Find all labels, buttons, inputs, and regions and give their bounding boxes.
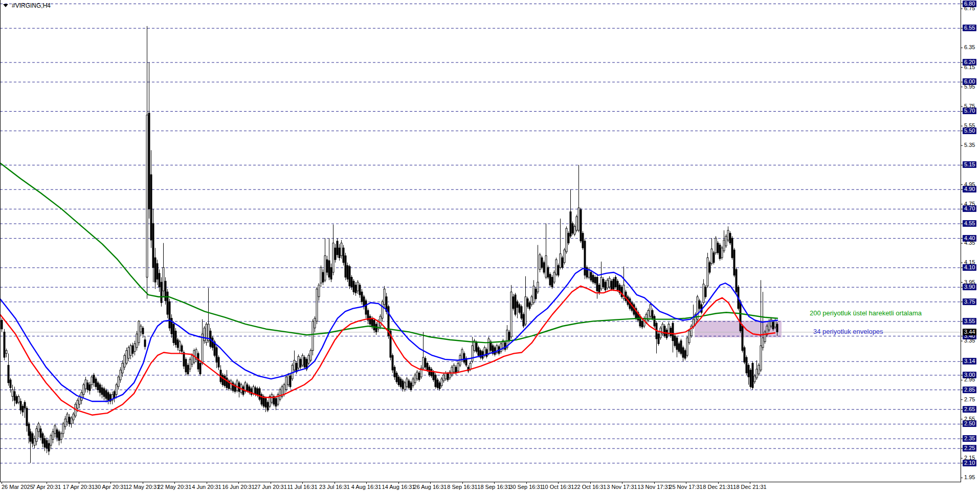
candle-up: [566, 228, 567, 252]
candle-down: [222, 375, 224, 384]
candle-up: [120, 370, 121, 380]
candle-up: [324, 256, 326, 281]
candle-down: [670, 328, 672, 336]
price-label: 6.35: [964, 44, 975, 51]
time-label: 13 Nov 17:31: [637, 484, 671, 490]
candle-up: [179, 342, 181, 351]
candle-down: [26, 408, 28, 425]
chart-canvas[interactable]: [0, 0, 980, 493]
candle-down: [394, 367, 395, 377]
candle-up: [414, 375, 416, 382]
candle-up: [764, 332, 766, 341]
candle-down: [547, 267, 549, 277]
candle-down: [369, 316, 371, 324]
candle-down: [463, 353, 465, 362]
candle-down: [185, 359, 187, 372]
candle-down: [1, 320, 3, 329]
candle-down: [699, 301, 700, 308]
candle-up: [600, 277, 602, 289]
candle-up: [285, 377, 287, 390]
price-label: 6.55: [963, 25, 976, 31]
candle-down: [330, 267, 332, 279]
candle-down: [365, 301, 367, 314]
candle-down: [300, 359, 301, 367]
candle-down: [486, 350, 487, 356]
price-label: 5.15: [963, 161, 976, 168]
candle-down: [144, 340, 146, 347]
candle-up: [52, 432, 54, 439]
candle-down: [48, 443, 50, 451]
candle-down: [150, 175, 152, 240]
candle-down: [355, 285, 357, 293]
candle-up: [539, 255, 541, 270]
candle-up: [357, 282, 359, 291]
symbol-title: #VIRGING,H4: [3, 2, 51, 9]
candle-up: [202, 334, 203, 363]
candle-up: [302, 355, 303, 365]
candle-up: [770, 319, 772, 326]
candle-down: [504, 342, 506, 349]
price-axis[interactable]: 6.806.556.206.005.705.505.154.904.704.55…: [961, 0, 980, 493]
candle-down: [335, 248, 336, 260]
time-label: 26 Mar 2025: [2, 484, 33, 490]
candle-up: [287, 375, 289, 384]
candle-down: [169, 302, 170, 328]
symbol-dropdown-icon[interactable]: [3, 4, 8, 7]
candle-down: [322, 272, 324, 282]
candle-down: [709, 263, 710, 272]
candle-down: [549, 274, 551, 285]
candle-up: [279, 390, 281, 399]
candle-up: [727, 230, 729, 240]
candle-down: [105, 391, 107, 398]
candle-down: [713, 253, 715, 263]
time-label: 30 Sep 16:31: [509, 484, 543, 490]
candle-up: [443, 375, 444, 380]
candle-down: [617, 281, 618, 290]
candle-down: [4, 332, 5, 357]
candle-down: [95, 379, 97, 387]
candle-up: [316, 289, 318, 321]
candle-down: [148, 113, 150, 209]
candle-down: [431, 369, 432, 376]
candle-down: [132, 346, 133, 353]
candle-up: [314, 318, 316, 328]
candle-up: [668, 324, 670, 334]
time-label: 22 Oct 16:31: [574, 484, 607, 490]
candle-down: [161, 282, 162, 303]
candle-up: [607, 280, 608, 288]
price-label: 3.35: [964, 337, 975, 344]
candle-down: [197, 353, 199, 369]
candle-down: [568, 233, 569, 243]
candle-down: [326, 260, 328, 272]
candle-up: [206, 324, 207, 342]
candle-up: [609, 278, 610, 287]
candle-down: [212, 338, 213, 348]
time-label: 11 Jul 16:31: [287, 484, 317, 490]
candle-down: [490, 342, 492, 351]
candle-down: [519, 305, 520, 312]
candle-up: [688, 331, 690, 343]
candle-down: [596, 277, 598, 291]
price-label: 5.95: [964, 83, 975, 90]
candle-down: [349, 267, 350, 286]
candle-down: [103, 389, 105, 396]
candle-up: [707, 258, 708, 286]
time-axis[interactable]: 26 Mar 20257 Apr 20:3117 Apr 20:3130 Apr…: [0, 483, 980, 493]
time-label: 23 Jul 16:31: [319, 484, 350, 490]
candle-down: [392, 355, 393, 370]
candle-up: [725, 236, 727, 246]
candle-up: [54, 426, 56, 434]
price-label: 2.65: [963, 406, 976, 413]
candle-down: [682, 348, 684, 357]
price-label: 6.75: [964, 5, 975, 12]
candle-up: [271, 395, 273, 402]
candle-up: [122, 363, 123, 373]
price-label: 2.15: [964, 455, 975, 461]
candle-down: [672, 323, 674, 340]
candle-up: [79, 396, 80, 404]
candle-up: [332, 243, 334, 272]
candle-up: [756, 369, 758, 378]
candle-down: [748, 365, 749, 377]
candle-up: [310, 351, 311, 360]
candle-down: [733, 250, 735, 275]
